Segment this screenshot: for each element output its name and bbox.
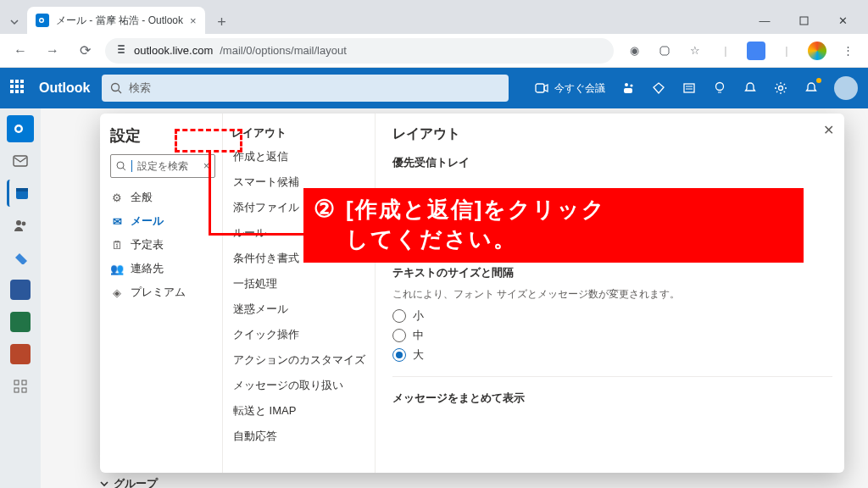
- subnav-section-layout[interactable]: レイアウト: [231, 125, 366, 141]
- subnav-autoreply[interactable]: 自動応答: [231, 424, 366, 449]
- subnav-forward-imap[interactable]: 転送と IMAP: [231, 398, 366, 424]
- forward-button[interactable]: →: [41, 43, 64, 58]
- text-cursor: [131, 160, 132, 172]
- diamond-icon[interactable]: [651, 80, 666, 96]
- settings-cat-mail[interactable]: ✉メール: [110, 214, 215, 229]
- text-size-help: これにより、フォント サイズとメッセージ数が変更されます。: [392, 287, 832, 302]
- url-path: /mail/0/options/mail/layout: [220, 44, 347, 57]
- left-app-rail: [0, 108, 41, 488]
- svg-rect-13: [684, 84, 694, 92]
- subnav-quick-steps[interactable]: クイック操作: [231, 322, 366, 347]
- svg-rect-6: [118, 52, 125, 53]
- settings-cat-general[interactable]: ⚙全般: [110, 190, 215, 205]
- subnav-junk[interactable]: 迷惑メール: [231, 297, 366, 322]
- new-tab-button[interactable]: +: [210, 10, 234, 34]
- svg-rect-24: [16, 188, 28, 191]
- teams-icon[interactable]: [620, 80, 636, 96]
- svg-rect-22: [14, 156, 27, 166]
- svg-point-7: [112, 84, 120, 92]
- settings-cat-people[interactable]: 👥連絡先: [110, 261, 215, 276]
- rail-word-icon[interactable]: [7, 276, 34, 303]
- separator: |: [775, 44, 798, 57]
- copilot-icon[interactable]: [805, 42, 829, 60]
- settings-cat-premium[interactable]: ◈プレミアム: [110, 285, 215, 300]
- rail-excel-icon[interactable]: [7, 308, 34, 336]
- rail-outlook-icon[interactable]: [7, 115, 34, 142]
- text-size-large[interactable]: 大: [392, 347, 832, 363]
- settings-gear-icon[interactable]: [773, 80, 788, 96]
- meet-now-button[interactable]: 今すぐ会議: [534, 80, 605, 96]
- rail-mail-icon[interactable]: [7, 147, 34, 175]
- outlook-search[interactable]: 検索: [102, 75, 509, 102]
- chevron-down-icon: [100, 480, 108, 488]
- app-launcher-icon[interactable]: [10, 80, 27, 97]
- svg-rect-12: [624, 88, 632, 93]
- browser-tab[interactable]: メール - 當摩 祐浩 - Outlook ×: [27, 7, 205, 34]
- svg-point-18: [779, 86, 783, 91]
- url-field[interactable]: outlook.live.com/mail/0/options/mail/lay…: [105, 38, 614, 64]
- close-window-button[interactable]: ✕: [824, 7, 861, 34]
- svg-rect-28: [22, 380, 26, 385]
- back-button[interactable]: ←: [8, 43, 32, 58]
- svg-point-10: [625, 83, 628, 86]
- gear-icon: ⚙: [110, 191, 124, 204]
- text-size-small[interactable]: 小: [392, 308, 832, 324]
- bell-icon[interactable]: [743, 80, 758, 96]
- subnav-customize-actions[interactable]: アクションのカスタマイズ: [231, 347, 366, 373]
- chrome-menu-icon[interactable]: ⋮: [836, 44, 860, 57]
- outlook-brand: Outlook: [39, 80, 90, 96]
- extensions-icon[interactable]: [653, 45, 676, 57]
- notifications-badge-icon[interactable]: [804, 80, 819, 96]
- rail-files-icon[interactable]: [7, 244, 34, 271]
- rail-people-icon[interactable]: [7, 212, 34, 239]
- svg-rect-4: [118, 45, 125, 47]
- settings-search[interactable]: 設定を検索 ×: [110, 154, 215, 178]
- gemini-icon[interactable]: [744, 42, 768, 60]
- rail-powerpoint-icon[interactable]: [7, 341, 34, 368]
- rail-calendar-icon[interactable]: [7, 180, 34, 207]
- svg-rect-29: [14, 388, 19, 392]
- browser-tabbar: メール - 當摩 祐浩 - Outlook × + — ✕: [0, 0, 868, 34]
- tab-title: メール - 當摩 祐浩 - Outlook: [56, 14, 183, 28]
- minimize-button[interactable]: —: [746, 7, 783, 34]
- search-icon: [110, 82, 122, 94]
- svg-point-11: [630, 84, 632, 86]
- svg-point-26: [22, 222, 26, 226]
- svg-rect-3: [800, 17, 808, 25]
- svg-point-21: [16, 126, 20, 130]
- window-controls: — ✕: [746, 7, 861, 34]
- outlook-header: Outlook 検索 今すぐ会議: [0, 68, 868, 108]
- news-icon[interactable]: [682, 80, 697, 96]
- folder-group-label[interactable]: グループ: [100, 476, 158, 488]
- account-avatar[interactable]: [834, 76, 858, 100]
- tab-dropdown-icon[interactable]: [7, 10, 22, 34]
- settings-dialog: 設定 設定を検索 × ⚙全般 ✉メール 🗓予定表 👥連絡先 ◈プレミアム: [100, 114, 844, 473]
- svg-point-16: [716, 83, 724, 91]
- focused-inbox-heading: 優先受信トレイ: [392, 155, 832, 170]
- text-size-medium[interactable]: 中: [392, 328, 832, 343]
- eye-icon[interactable]: ◉: [622, 44, 646, 57]
- close-tab-icon[interactable]: ×: [190, 14, 197, 27]
- rail-more-apps-icon[interactable]: [7, 373, 34, 400]
- bookmark-icon[interactable]: ☆: [683, 44, 707, 57]
- settings-search-placeholder: 設定を検索: [137, 159, 188, 174]
- site-info-icon[interactable]: [115, 43, 127, 58]
- calendar-icon: 🗓: [110, 239, 124, 252]
- subnav-compose-reply[interactable]: 作成と返信: [231, 144, 366, 169]
- search-icon: [116, 161, 126, 171]
- maximize-button[interactable]: [785, 7, 822, 34]
- svg-rect-9: [536, 84, 544, 92]
- annotation-highlight-box: [175, 129, 242, 152]
- svg-rect-30: [22, 388, 26, 392]
- subnav-sweep[interactable]: 一括処理: [231, 271, 366, 297]
- subnav-message-handling[interactable]: メッセージの取り扱い: [231, 373, 366, 398]
- reload-button[interactable]: ⟳: [73, 42, 97, 58]
- diamond-icon: ◈: [110, 286, 124, 299]
- search-placeholder: 検索: [129, 80, 151, 96]
- lightbulb-icon[interactable]: [712, 80, 727, 96]
- svg-point-25: [16, 220, 21, 225]
- svg-point-31: [117, 162, 124, 169]
- address-bar: ← → ⟳ outlook.live.com/mail/0/options/ma…: [0, 34, 868, 68]
- settings-cat-calendar[interactable]: 🗓予定表: [110, 237, 215, 252]
- close-settings-button[interactable]: ✕: [823, 122, 834, 138]
